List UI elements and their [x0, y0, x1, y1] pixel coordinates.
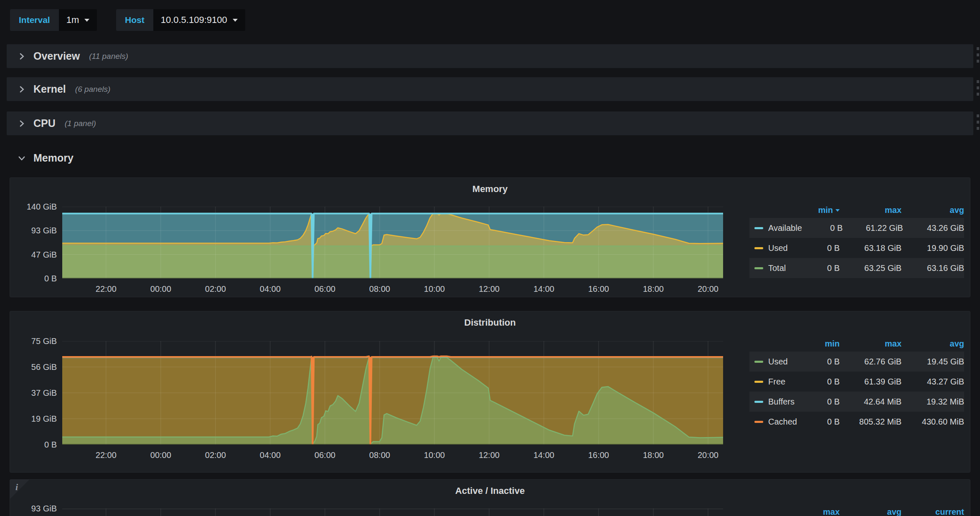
y-tick-label: 37 GiB: [13, 388, 57, 398]
legend-series-toggle[interactable]: Buffers: [749, 397, 798, 407]
x-tick-label: 04:00: [260, 284, 281, 294]
panel-title[interactable]: Distribution: [10, 317, 970, 328]
legend-series-toggle[interactable]: Total: [749, 263, 798, 273]
x-tick-label: 20:00: [698, 450, 718, 460]
series-name: Used: [768, 357, 788, 367]
legend-series-toggle[interactable]: Free: [749, 377, 798, 387]
legend-header: minmaxavg: [749, 202, 964, 218]
series-color-swatch: [754, 267, 763, 269]
chevron-down-icon: [233, 19, 238, 22]
series-name: Total: [768, 263, 786, 273]
row-header-overview[interactable]: Overview(11 panels): [7, 44, 973, 68]
row-title: Memory: [33, 152, 74, 164]
y-tick-label: 0 B: [13, 440, 57, 450]
legend-series-toggle[interactable]: Available: [749, 223, 802, 233]
legend-sort-current[interactable]: current: [901, 507, 964, 516]
series-name: Available: [768, 223, 802, 233]
y-tick-label: 0 B: [13, 273, 57, 283]
x-tick-label: 04:00: [260, 450, 281, 460]
legend-series-toggle[interactable]: Used: [749, 357, 798, 367]
legend-sort-max[interactable]: max: [798, 507, 840, 516]
distribution-chart[interactable]: [62, 341, 723, 445]
series-color-swatch: [754, 227, 763, 229]
legend-sort-min[interactable]: min: [798, 205, 840, 215]
interval-select[interactable]: 1m: [59, 9, 97, 31]
y-tick-label: 140 GiB: [13, 202, 57, 212]
row-header-cpu[interactable]: CPU(1 panel): [7, 111, 973, 135]
host-label: Host: [116, 9, 153, 31]
row-drag-handle[interactable]: [977, 80, 979, 99]
row-title: Kernel: [33, 83, 66, 95]
legend-value: 0 B: [798, 397, 840, 407]
legend-row-total: Total0 B63.25 GiB63.16 GiB: [749, 258, 964, 278]
y-tick-label: 19 GiB: [13, 414, 57, 424]
legend-value: 0 B: [798, 263, 840, 273]
row-header-kernel[interactable]: Kernel(6 panels): [7, 77, 973, 101]
y-tick-label: 75 GiB: [13, 336, 57, 346]
legend-series-toggle[interactable]: Used: [749, 243, 798, 253]
memory-legend: minmaxavgAvailable0 B61.22 GiB43.26 GiBU…: [749, 202, 964, 278]
x-tick-label: 22:00: [96, 284, 117, 294]
x-tick-label: 22:00: [96, 450, 117, 460]
legend-sort-avg[interactable]: avg: [901, 339, 964, 349]
host-value: 10.0.5.109:9100: [161, 15, 227, 25]
row-panel-count: (6 panels): [75, 85, 111, 94]
legend-header: maxavgcurrent: [749, 504, 964, 516]
legend-sort-avg[interactable]: avg: [901, 205, 964, 215]
legend-value: 63.16 GiB: [901, 263, 964, 273]
x-tick-label: 14:00: [533, 450, 554, 460]
legend-row-used: Used0 B62.76 GiB19.45 GiB: [749, 352, 964, 372]
legend-value: 43.27 GiB: [901, 377, 964, 387]
series-name: Free: [768, 377, 785, 387]
row-drag-handle[interactable]: [977, 47, 979, 66]
panel-distribution: Distribution 0 B19 GiB37 GiB56 GiB75 GiB…: [10, 311, 970, 473]
host-select[interactable]: 10.0.5.109:9100: [153, 9, 245, 31]
row-drag-handle[interactable]: [977, 114, 979, 133]
panel-active-inactive: i Active / Inactive 93 GiB maxavgcurrent: [10, 479, 970, 516]
x-tick-label: 08:00: [369, 450, 390, 460]
y-tick-label: 47 GiB: [13, 250, 57, 260]
x-tick-label: 16:00: [588, 284, 609, 294]
legend-value: 430.60 MiB: [901, 417, 964, 427]
x-tick-label: 06:00: [315, 284, 335, 294]
x-tick-label: 14:00: [533, 284, 554, 294]
series-color-swatch: [754, 421, 763, 423]
legend-series-toggle[interactable]: Cached: [749, 417, 798, 427]
legend-sort-max[interactable]: max: [840, 339, 901, 349]
interval-label: Interval: [10, 9, 59, 31]
series-color-swatch: [754, 401, 763, 403]
legend-sort-min[interactable]: min: [798, 339, 840, 349]
host-variable: Host 10.0.5.109:9100: [116, 9, 245, 31]
x-tick-label: 10:00: [424, 284, 445, 294]
legend-row-buffers: Buffers0 B42.64 MiB19.32 MiB: [749, 392, 964, 412]
legend-value: 805.32 MiB: [840, 417, 901, 427]
legend-value: 0 B: [802, 223, 843, 233]
x-tick-label: 00:00: [150, 284, 171, 294]
chevron-right-icon: [18, 85, 26, 94]
panel-title[interactable]: Memory: [10, 184, 970, 195]
x-tick-label: 18:00: [643, 284, 664, 294]
x-tick-label: 06:00: [315, 450, 335, 460]
legend-value: 0 B: [798, 243, 840, 253]
panel-title[interactable]: Active / Inactive: [10, 486, 970, 496]
legend-sort-avg[interactable]: avg: [840, 507, 901, 516]
legend-value: 62.76 GiB: [840, 357, 901, 367]
legend-row-cached: Cached0 B805.32 MiB430.60 MiB: [749, 412, 964, 432]
x-tick-label: 02:00: [205, 284, 226, 294]
legend-value: 43.26 GiB: [903, 223, 964, 233]
memory-chart[interactable]: [62, 207, 723, 278]
legend-sort-max[interactable]: max: [840, 205, 901, 215]
active-inactive-chart[interactable]: [62, 508, 723, 516]
legend-header: minmaxavg: [749, 336, 964, 352]
legend-value: 0 B: [798, 357, 840, 367]
series-name: Buffers: [768, 397, 795, 407]
legend-row-available: Available0 B61.22 GiB43.26 GiB: [749, 218, 964, 238]
series-color-swatch: [754, 247, 763, 249]
y-tick-label: 56 GiB: [13, 362, 57, 372]
legend-value: 63.25 GiB: [840, 263, 901, 273]
row-header-memory[interactable]: Memory: [7, 146, 973, 170]
chevron-right-icon: [18, 119, 26, 128]
x-tick-label: 20:00: [698, 284, 718, 294]
legend-value: 19.45 GiB: [901, 357, 964, 367]
distribution-legend: minmaxavgUsed0 B62.76 GiB19.45 GiBFree0 …: [749, 336, 964, 432]
